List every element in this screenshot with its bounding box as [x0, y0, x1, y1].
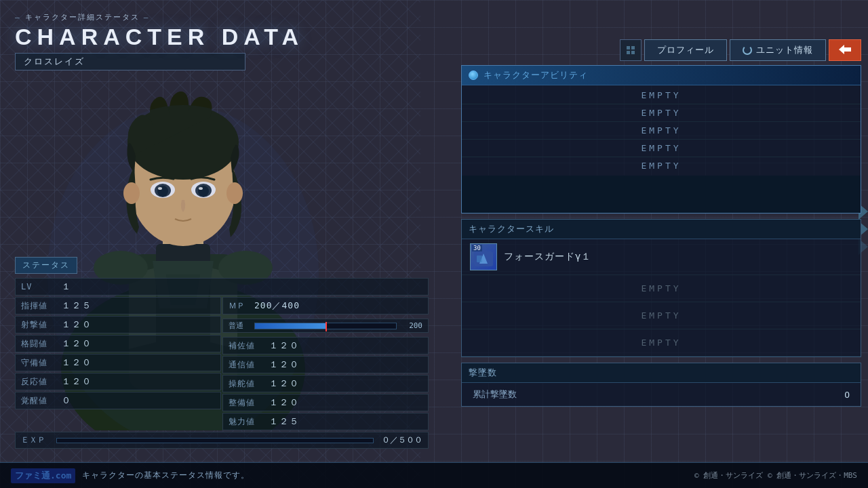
svg-rect-20: [631, 46, 635, 49]
sub-stat-value-0: １２０: [269, 340, 300, 352]
mp-bar-marker: [326, 322, 327, 331]
blue-dot-icon: [469, 70, 478, 80]
stat-name-2: 格闘値: [21, 338, 54, 350]
stats-panel: ステータス LV １ 指揮値 １２５ 射撃値 １２０ 格闘値 １２０ 守備値 １…: [15, 257, 429, 449]
ability-section: キャラクターアビリティ EMPTY EMPTY EMPTY EMPTY EMPT…: [461, 65, 861, 214]
stat-value-5: ０: [62, 394, 72, 407]
stat-value-3: １２０: [62, 357, 92, 369]
stat-row-seibi: 整備値 １２０: [222, 394, 429, 411]
ability-item-5[interactable]: EMPTY: [462, 157, 861, 174]
top-navigation: プロフィール ユニット情報: [620, 39, 861, 61]
lv-row: LV １: [15, 278, 429, 296]
mp-bar-track: [254, 323, 397, 329]
stat-name-3: 守備値: [21, 357, 54, 369]
stat-name-1: 射撃値: [21, 319, 54, 331]
stat-name-4: 反応値: [21, 376, 54, 388]
svg-rect-22: [631, 51, 635, 54]
exp-value: ０／５００: [382, 434, 422, 446]
exp-bar: [56, 438, 374, 443]
skill-icon-1: 30: [470, 243, 497, 270]
mp-label: ＭＰ: [229, 300, 248, 312]
stat-row-shagest: 射撃値 １２０: [15, 316, 221, 333]
mp-row: ＭＰ 200／400: [222, 297, 429, 314]
sub-stat-value-2: １２０: [269, 378, 300, 390]
profile-label: プロフィール: [657, 44, 714, 56]
sub-stat-name-1: 通信値: [229, 359, 261, 371]
stat-row-tsushin: 通信値 １２０: [222, 356, 429, 373]
kill-section: 撃墜数 累計撃墜数 O: [461, 363, 861, 407]
bottom-bar: ファミ通.com キャラクターの基本ステータス情報です。 © 創通・サンライズ …: [0, 462, 868, 488]
sub-stat-name-4: 魅力値: [229, 416, 261, 428]
sub-stat-value-4: １２５: [269, 415, 300, 428]
ability-list: EMPTY EMPTY EMPTY EMPTY EMPTY: [462, 85, 861, 176]
refresh-icon: [743, 45, 752, 55]
mp-bar-container: 普通 200: [222, 319, 429, 333]
sub-stat-value-3: １２０: [269, 396, 300, 409]
svg-marker-23: [839, 45, 851, 54]
lv-label: LV: [21, 282, 54, 291]
copyright-text: © 創通・サンライズ © 創通・サンライズ・MBS: [694, 470, 857, 481]
kill-section-header: 撃墜数: [462, 363, 861, 383]
svg-rect-19: [627, 46, 630, 49]
back-arrow-icon: [839, 45, 851, 54]
status-label: ステータス: [15, 257, 77, 274]
sub-stat-name-3: 整備値: [229, 397, 261, 409]
ability-item-4[interactable]: EMPTY: [462, 140, 861, 157]
stat-row-subi: 守備値 １２０: [15, 354, 221, 371]
ability-header-label: キャラクターアビリティ: [484, 69, 588, 81]
skill-level: 30: [472, 245, 482, 251]
skill-section: キャラクタースキル 30 フォースガードγ１ EMPTY EMPTY EMPTY: [461, 219, 861, 357]
stat-value-2: １２０: [62, 338, 92, 350]
stat-row-hanno: 反応値 １２０: [15, 373, 221, 390]
exp-row: ＥＸＰ ０／５００: [15, 432, 429, 449]
stat-value-1: １２０: [62, 319, 92, 331]
stat-value-0: １２５: [62, 300, 92, 312]
back-button[interactable]: [829, 39, 861, 61]
header: キャラクター詳細ステータス CHARACTER DATA クロスレイズ: [15, 12, 304, 70]
sub-stat-name-2: 操舵値: [229, 378, 261, 390]
stat-row-kakuto: 格闘値 １２０: [15, 335, 221, 352]
stat-row-kakusei: 覚醒値 ０: [15, 392, 221, 409]
ability-section-header: キャラクターアビリティ: [462, 66, 861, 85]
lv-value: １: [62, 281, 72, 293]
ability-item-2[interactable]: EMPTY: [462, 104, 861, 122]
mp-bar-number: 200: [402, 321, 422, 330]
unit-info-button[interactable]: ユニット情報: [730, 39, 826, 61]
stat-row-shiki: 指揮値 １２５: [15, 297, 221, 314]
exp-label: ＥＸＰ: [21, 434, 48, 446]
stat-name-0: 指揮値: [21, 300, 54, 312]
svg-rect-26: [477, 256, 482, 262]
skill-name-1: フォースガードγ１: [504, 251, 591, 263]
kill-label: 累計撃墜数: [473, 388, 517, 401]
skill-empty-1[interactable]: EMPTY: [462, 275, 861, 302]
right-panel: キャラクターアビリティ EMPTY EMPTY EMPTY EMPTY EMPT…: [461, 65, 861, 412]
mp-bar-label: 普通: [229, 321, 249, 331]
svg-rect-21: [627, 51, 630, 54]
header-subtitle: キャラクター詳細ステータス: [15, 12, 304, 22]
stat-row-hosa: 補佐値 １２０: [222, 337, 429, 354]
ability-empty-area: [462, 176, 861, 213]
skill-empty-2[interactable]: EMPTY: [462, 302, 861, 329]
skill-empty-3[interactable]: EMPTY: [462, 329, 861, 357]
stat-value-4: １２０: [62, 375, 92, 388]
famitsu-logo: ファミ通.com: [11, 468, 75, 483]
mp-value: 200／400: [254, 300, 300, 312]
skill-section-header: キャラクタースキル: [462, 220, 861, 239]
header-title: CHARACTER DATA: [15, 24, 304, 50]
kill-value: O: [844, 390, 850, 400]
ability-item-1[interactable]: EMPTY: [462, 87, 861, 104]
mp-bar-fill: [255, 323, 326, 329]
skill-item-1[interactable]: 30 フォースガードγ１: [462, 239, 861, 275]
stat-name-5: 覚醒値: [21, 395, 54, 407]
sub-stat-value-1: １２０: [269, 359, 300, 371]
bottom-hint: キャラクターの基本ステータス情報です。: [82, 470, 250, 481]
ability-item-3[interactable]: EMPTY: [462, 122, 861, 140]
character-name: クロスレイズ: [15, 53, 245, 70]
profile-button[interactable]: プロフィール: [644, 39, 727, 61]
sub-stat-name-0: 補佐値: [229, 340, 261, 352]
stat-row-miryoku: 魅力値 １２５: [222, 413, 429, 430]
stat-row-soda: 操舵値 １２０: [222, 375, 429, 392]
unit-label: ユニット情報: [756, 44, 813, 56]
kill-row-1: 累計撃墜数 O: [462, 383, 861, 406]
